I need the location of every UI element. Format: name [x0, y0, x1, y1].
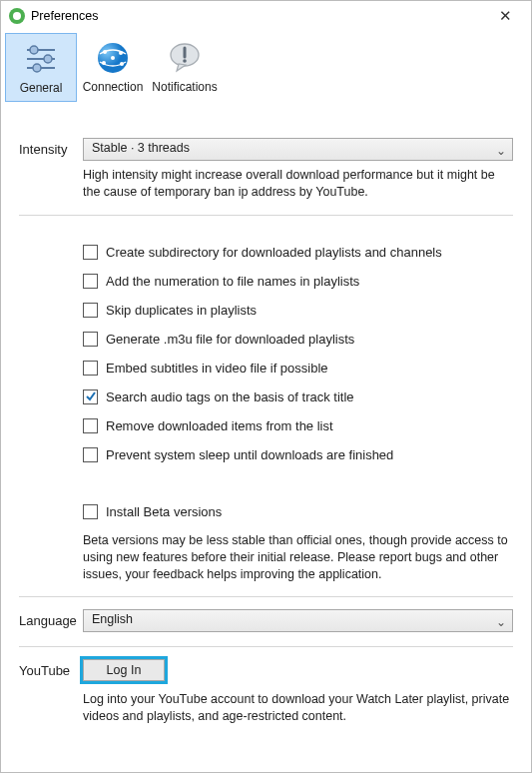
content-area: Intensity Stable · 3 threads ⌄ High inte… [1, 102, 531, 725]
checkbox-box [83, 361, 98, 376]
checkbox-label: Prevent system sleep until downloads are… [106, 447, 393, 462]
intensity-value: Stable · 3 threads [92, 141, 190, 155]
checkbox-label: Skip duplicates in playlists [106, 303, 257, 318]
login-button[interactable]: Log In [83, 659, 165, 681]
checkbox-label: Add the numeration to file names in play… [106, 274, 359, 289]
options-row: Create subdirectory for downloaded playl… [19, 228, 513, 583]
language-dropdown[interactable]: English ⌄ [83, 609, 513, 632]
checkbox-option[interactable]: Generate .m3u file for downloaded playli… [83, 325, 513, 354]
checkbox-option[interactable]: Embed subtitles in video file if possibl… [83, 354, 513, 383]
speech-alert-icon [149, 38, 221, 78]
tab-general[interactable]: General [5, 33, 77, 102]
close-button[interactable]: ✕ [485, 7, 525, 25]
checkbox-option[interactable]: Remove downloaded items from the list [83, 411, 513, 440]
youtube-hint: Log into your YouTube account to downloa… [83, 691, 513, 725]
intensity-dropdown[interactable]: Stable · 3 threads ⌄ [83, 138, 513, 161]
window-title: Preferences [31, 9, 485, 23]
divider [19, 596, 513, 597]
checkbox-box [83, 504, 98, 519]
checkbox-box [83, 389, 98, 404]
tab-notifications[interactable]: Notifications [149, 33, 221, 102]
checkbox-label: Create subdirectory for downloaded playl… [106, 245, 442, 260]
chevron-down-icon: ⌄ [496, 615, 506, 629]
svg-point-5 [33, 64, 41, 72]
language-value: English [92, 612, 133, 626]
checkbox-option[interactable]: Add the numeration to file names in play… [83, 267, 513, 296]
svg-point-11 [111, 56, 115, 60]
checkbox-box [83, 447, 98, 462]
chevron-down-icon: ⌄ [496, 144, 506, 158]
checkbox-option[interactable]: Search audio tags on the basis of track … [83, 383, 513, 411]
checkbox-option[interactable]: Prevent system sleep until downloads are… [83, 440, 513, 469]
svg-point-4 [44, 55, 52, 63]
svg-point-3 [30, 46, 38, 54]
svg-point-8 [119, 51, 123, 55]
intensity-label: Intensity [19, 138, 83, 157]
app-icon [9, 8, 25, 24]
youtube-row: YouTube Log In Log into your YouTube acc… [19, 659, 513, 725]
checkbox-label: Embed subtitles in video file if possibl… [106, 361, 328, 376]
sliders-icon [6, 39, 76, 79]
language-label: Language [19, 609, 83, 628]
tab-label: Connection [77, 80, 149, 94]
checkbox-label: Generate .m3u file for downloaded playli… [106, 332, 354, 347]
checkbox-box [83, 332, 98, 347]
checkbox-install-beta[interactable]: Install Beta versions [83, 497, 513, 526]
globe-icon [77, 38, 149, 78]
intensity-row: Intensity Stable · 3 threads ⌄ High inte… [19, 138, 513, 201]
intensity-hint: High intensity might increase overall do… [83, 167, 513, 201]
checkbox-label: Remove downloaded items from the list [106, 418, 333, 433]
tab-connection[interactable]: Connection [77, 33, 149, 102]
beta-hint: Beta versions may be less stable than of… [83, 532, 513, 583]
svg-point-9 [102, 61, 106, 65]
divider [19, 215, 513, 216]
tab-label: Notifications [149, 80, 221, 94]
checkbox-box [83, 303, 98, 318]
checkbox-box [83, 245, 98, 260]
checkbox-box [83, 274, 98, 289]
svg-point-7 [103, 50, 107, 54]
checkbox-label: Search audio tags on the basis of track … [106, 389, 354, 404]
svg-point-14 [183, 59, 187, 63]
language-row: Language English ⌄ [19, 609, 513, 632]
tab-label: General [6, 81, 76, 95]
options-list: Create subdirectory for downloaded playl… [83, 228, 513, 469]
titlebar: Preferences ✕ [1, 1, 531, 31]
checkbox-box [83, 418, 98, 433]
svg-point-10 [120, 62, 124, 66]
checkbox-option[interactable]: Create subdirectory for downloaded playl… [83, 238, 513, 267]
checkbox-option[interactable]: Skip duplicates in playlists [83, 296, 513, 325]
youtube-label: YouTube [19, 659, 83, 678]
divider [19, 646, 513, 647]
tabs-toolbar: General Connection Notifications [1, 31, 531, 102]
checkbox-label: Install Beta versions [106, 504, 222, 519]
